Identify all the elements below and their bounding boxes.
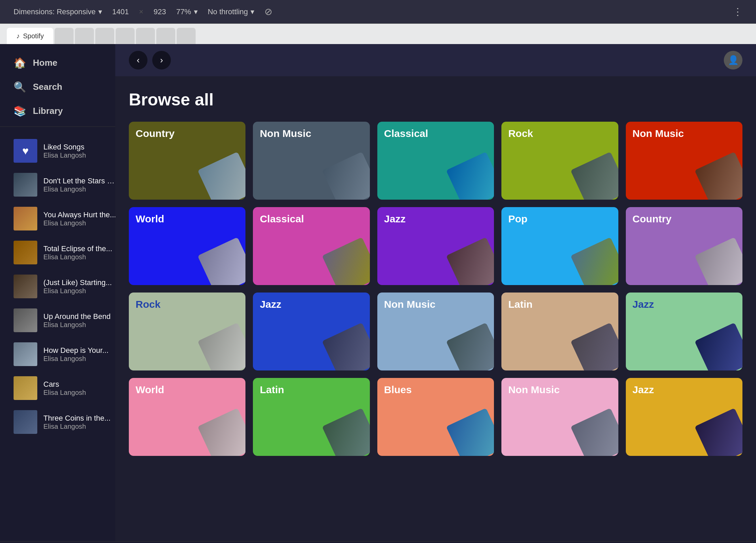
list-item[interactable]: Up Around the Bend Elisa Langosh (3, 304, 112, 337)
genre-label: Jazz (633, 299, 654, 310)
no-scroll-icon[interactable]: ⊘ (264, 6, 272, 17)
genre-card-jazz-2[interactable]: Jazz (253, 293, 370, 370)
genre-card-country-2[interactable]: Country (626, 207, 742, 285)
genre-card-image (446, 408, 494, 456)
genre-card-pop[interactable]: Pop (501, 207, 618, 285)
item-thumb (14, 410, 37, 434)
inactive-tab-3[interactable] (95, 28, 114, 44)
genre-card-rock-2[interactable]: Rock (129, 293, 245, 370)
genre-label: Non Music (508, 384, 560, 396)
genre-card-classical-1[interactable]: Classical (377, 122, 494, 200)
more-options-button[interactable]: ⋮ (733, 6, 742, 17)
genre-card-classical-2[interactable]: Classical (253, 207, 370, 285)
genre-card-nonmusic-4[interactable]: Non Music (501, 378, 618, 456)
list-item[interactable]: Three Coins in the... Elisa Langosh (3, 405, 112, 439)
height-display[interactable]: 923 (154, 7, 166, 16)
genre-label: Blues (384, 384, 412, 396)
list-item[interactable]: You Always Hurt the... Elisa Langosh (3, 202, 112, 235)
genre-card-nonmusic-1[interactable]: Non Music (253, 122, 370, 200)
inactive-tab-1[interactable] (55, 28, 74, 44)
browse-title: Browse all (129, 90, 742, 109)
user-avatar[interactable]: 👤 (724, 51, 742, 69)
genre-card-image (570, 323, 618, 370)
music-icon: ♪ (16, 32, 20, 40)
list-item[interactable]: Total Eclipse of the... Elisa Langosh (3, 236, 112, 269)
width-value: 1401 (112, 7, 129, 16)
inactive-tab-2[interactable] (75, 28, 94, 44)
sidebar-item-search[interactable]: 🔍 Search (0, 75, 115, 99)
genre-card-rock-1[interactable]: Rock (501, 122, 618, 200)
app-container: 🏠 Home 🔍 Search 📚 Library ♥ Liked Songs … (0, 44, 756, 541)
item-sub: Elisa Langosh (43, 287, 112, 295)
genre-card-jazz-3[interactable]: Jazz (626, 293, 742, 370)
genre-card-image (446, 323, 494, 370)
item-title: (Just Like) Starting... (43, 278, 112, 287)
genre-label: Classical (260, 213, 304, 225)
genre-card-latin-2[interactable]: Latin (253, 378, 370, 456)
active-tab[interactable]: ♪ Spotify (7, 28, 53, 44)
forward-button[interactable]: › (152, 51, 171, 69)
now-playing-bar: Do Wah Diddy... Sidney Ebert ♡ ⇄ ⏮ ⏸ ⏭ ↺… (0, 541, 756, 543)
navigation-buttons: ‹ › (129, 51, 171, 69)
genre-card-nonmusic-2[interactable]: Non Music (626, 122, 742, 200)
library-icon: 📚 (14, 105, 26, 117)
genre-grid: Country Non Music Classical Rock Non Mus… (129, 122, 742, 456)
dimensions-display[interactable]: Dimensions: Responsive ▾ (14, 7, 102, 16)
zoom-display[interactable]: 77% ▾ (176, 7, 198, 16)
genre-label: Latin (260, 384, 284, 396)
inactive-tab-5[interactable] (136, 28, 155, 44)
genre-label: Jazz (384, 213, 405, 225)
genre-card-nonmusic-3[interactable]: Non Music (377, 293, 494, 370)
genre-label: Country (633, 213, 672, 225)
genre-label: World (136, 213, 164, 225)
genre-label: Non Music (260, 128, 311, 139)
throttle-display[interactable]: No throttling ▾ (208, 7, 255, 16)
genre-label: Non Music (633, 128, 684, 139)
genre-label: Jazz (633, 384, 654, 396)
item-thumb (14, 342, 37, 366)
genre-card-world-2[interactable]: World (129, 378, 245, 456)
liked-songs-info: Liked Songs Elisa Langosh (43, 143, 86, 159)
dimension-separator: × (139, 7, 143, 16)
genre-card-country-1[interactable]: Country (129, 122, 245, 200)
list-item[interactable]: Don't Let the Stars G... Elisa Langosh (3, 168, 112, 201)
genre-card-image (695, 237, 742, 285)
back-button[interactable]: ‹ (129, 51, 147, 69)
item-thumb (14, 241, 37, 264)
sidebar: 🏠 Home 🔍 Search 📚 Library ♥ Liked Songs … (0, 44, 115, 541)
genre-card-image (570, 408, 618, 456)
genre-card-world-1[interactable]: World (129, 207, 245, 285)
item-title: Three Coins in the... (43, 414, 111, 423)
genre-card-jazz-4[interactable]: Jazz (626, 378, 742, 456)
sidebar-item-library[interactable]: 📚 Library (0, 99, 115, 123)
height-value: 923 (154, 7, 166, 16)
genre-card-jazz-1[interactable]: Jazz (377, 207, 494, 285)
item-info: Three Coins in the... Elisa Langosh (43, 414, 111, 430)
list-item[interactable]: (Just Like) Starting... Elisa Langosh (3, 270, 112, 303)
chevron-down-icon: ▾ (98, 7, 102, 16)
genre-card-image (198, 323, 245, 370)
item-sub: Elisa Langosh (43, 355, 108, 363)
genre-card-latin-1[interactable]: Latin (501, 293, 618, 370)
genre-card-image (695, 323, 742, 370)
width-display[interactable]: 1401 (112, 7, 129, 16)
item-sub: Elisa Langosh (43, 185, 115, 193)
inactive-tab-4[interactable] (116, 28, 135, 44)
inactive-tab-6[interactable] (156, 28, 175, 44)
genre-label: World (136, 384, 164, 396)
item-thumb (14, 376, 37, 400)
genre-card-blues[interactable]: Blues (377, 378, 494, 456)
library-item-liked-songs[interactable]: ♥ Liked Songs Elisa Langosh (3, 134, 112, 167)
item-info: Up Around the Bend Elisa Langosh (43, 312, 111, 329)
liked-songs-artist: Elisa Langosh (43, 152, 86, 159)
genre-label: Jazz (260, 299, 281, 310)
list-item[interactable]: How Deep is Your... Elisa Langosh (3, 338, 112, 371)
inactive-tab-7[interactable] (177, 28, 196, 44)
item-thumb (14, 275, 37, 298)
genre-card-image (322, 152, 370, 200)
avatar-icon: 👤 (728, 55, 739, 65)
list-item[interactable]: Cars Elisa Langosh (3, 371, 112, 405)
sidebar-item-home[interactable]: 🏠 Home (0, 51, 115, 75)
genre-card-image (198, 237, 245, 285)
genre-card-image (695, 408, 742, 456)
